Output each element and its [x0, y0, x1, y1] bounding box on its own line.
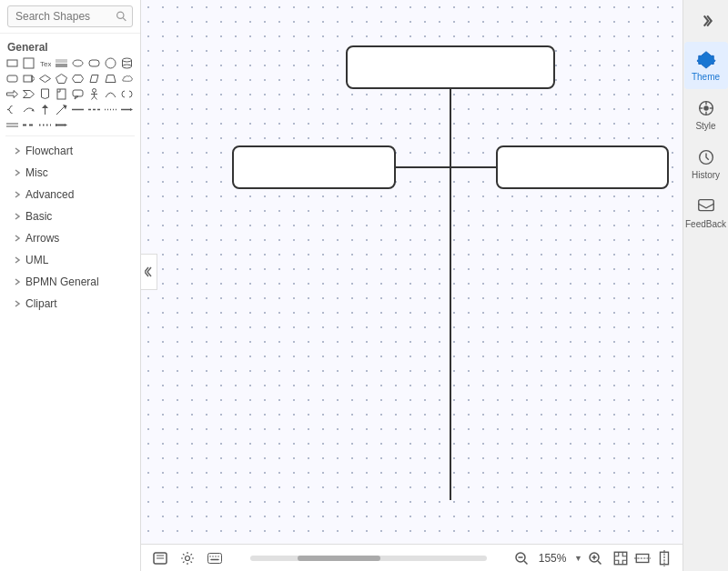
svg-line-63 — [524, 561, 528, 565]
shape-rounded-rect[interactable] — [87, 56, 101, 70]
shape-line-dotted[interactable] — [104, 103, 117, 116]
shape-doc[interactable] — [38, 87, 52, 101]
svg-line-30 — [92, 96, 95, 100]
shape-folded[interactable] — [55, 87, 68, 101]
shape-line2[interactable] — [5, 118, 19, 132]
shape-pentagon[interactable] — [55, 72, 68, 85]
shape-curved-arrow[interactable] — [22, 103, 35, 116]
svg-marker-32 — [32, 109, 35, 112]
shape-square[interactable] — [22, 56, 35, 70]
shape-rectangle[interactable] — [5, 56, 19, 70]
fit-width-button[interactable] — [633, 549, 652, 567]
zoom-in-button[interactable] — [586, 549, 604, 567]
right-tool-feedback[interactable]: FeedBack — [684, 189, 728, 236]
fit-icons — [612, 549, 673, 567]
nav-item-advanced[interactable]: Advanced — [5, 184, 135, 205]
svg-point-27 — [93, 89, 96, 93]
chevron-right-icon-3 — [13, 190, 22, 199]
svg-rect-68 — [614, 552, 627, 565]
nav-item-clipart[interactable]: Clipart — [5, 293, 135, 315]
shape-arrow-diag[interactable] — [55, 103, 68, 116]
shape-line-arrow2[interactable] — [55, 118, 68, 132]
main-area: 155% ▼ — [141, 0, 682, 571]
zoom-dropdown-icon[interactable]: ▼ — [574, 554, 582, 563]
collapse-right-button[interactable] — [690, 7, 723, 35]
shape-trapezoid[interactable] — [104, 72, 117, 85]
shape-line-solid[interactable] — [71, 103, 85, 116]
shape-rounded-rect2[interactable] — [5, 72, 19, 85]
format-icon[interactable] — [150, 548, 170, 568]
shape-hexagon[interactable] — [71, 72, 85, 85]
diagram-box-top[interactable] — [346, 45, 555, 89]
canvas-background — [141, 0, 682, 544]
svg-rect-55 — [208, 553, 222, 563]
nav-item-flowchart[interactable]: Flowchart — [5, 140, 135, 162]
shape-cylinder[interactable] — [120, 56, 134, 70]
diagram-box-right[interactable] — [496, 145, 669, 189]
shape-bracket[interactable] — [120, 87, 134, 101]
keyboard-icon[interactable] — [205, 548, 225, 568]
shape-line-dash2[interactable] — [22, 118, 35, 132]
right-tool-style[interactable]: Style — [684, 91, 728, 138]
svg-line-1 — [123, 18, 126, 21]
nav-item-arrows[interactable]: Arrows — [5, 227, 135, 249]
chevron-right-icon-5 — [13, 234, 22, 243]
svg-rect-6 — [56, 64, 67, 67]
shape-label[interactable] — [22, 72, 35, 85]
svg-rect-15 — [24, 75, 32, 82]
shape-diamond[interactable] — [38, 72, 52, 85]
svg-marker-18 — [56, 75, 67, 84]
shape-line-dot2[interactable] — [38, 118, 52, 132]
svg-rect-2 — [7, 60, 17, 66]
search-input[interactable] — [7, 5, 133, 27]
chevron-right-icon-2 — [13, 168, 22, 177]
left-panel: General Text — [0, 0, 141, 571]
svg-line-31 — [95, 96, 97, 100]
fit-height-button[interactable] — [655, 549, 673, 567]
shape-brace[interactable] — [5, 103, 19, 116]
shape-arrow-up[interactable] — [38, 103, 52, 116]
nav-item-basic[interactable]: Basic — [5, 205, 135, 227]
chevron-right-icon-8 — [13, 299, 22, 308]
style-label: Style — [695, 121, 715, 132]
svg-line-67 — [598, 561, 602, 565]
shape-callout[interactable] — [71, 87, 85, 101]
shape-misc[interactable] — [55, 56, 68, 70]
svg-marker-17 — [40, 75, 51, 83]
nav-item-uml[interactable]: UML — [5, 249, 135, 271]
theme-label: Theme — [692, 72, 720, 83]
general-section-label: General — [5, 37, 135, 56]
svg-marker-34 — [42, 105, 48, 108]
general-shapes-grid: Text — [5, 56, 135, 132]
svg-marker-16 — [32, 75, 35, 82]
history-label: History — [692, 170, 720, 181]
canvas-wrapper[interactable] — [141, 0, 682, 544]
collapse-panel-button[interactable] — [141, 254, 157, 290]
svg-point-54 — [186, 556, 190, 560]
right-tool-theme[interactable]: Theme — [684, 42, 728, 89]
shape-parallelogram[interactable] — [87, 72, 101, 85]
shape-ellipse[interactable] — [71, 56, 85, 70]
shape-chevron[interactable] — [22, 87, 35, 101]
settings-icon[interactable] — [177, 548, 197, 568]
diagram-box-left[interactable] — [232, 145, 396, 189]
svg-rect-14 — [7, 75, 17, 82]
shape-text[interactable]: Text — [38, 56, 52, 70]
nav-item-bpmn[interactable]: BPMN General — [5, 271, 135, 293]
shape-circle[interactable] — [104, 56, 117, 70]
shape-arrow[interactable] — [5, 87, 19, 101]
zoom-out-button[interactable] — [512, 549, 531, 567]
right-tool-history[interactable]: History — [684, 140, 728, 187]
connector-lines — [232, 45, 669, 500]
fit-page-button[interactable] — [612, 549, 630, 567]
nav-item-misc[interactable]: Misc — [5, 162, 135, 184]
shape-person[interactable] — [87, 87, 101, 101]
shape-line-arrow[interactable] — [120, 103, 134, 116]
search-icon — [116, 11, 127, 23]
horizontal-scrollbar[interactable] — [250, 556, 487, 561]
svg-marker-47 — [65, 124, 67, 126]
shape-cloud[interactable] — [120, 72, 134, 85]
shape-arc[interactable] — [104, 87, 117, 101]
shape-line-dashed[interactable] — [87, 103, 101, 116]
scrollbar-thumb[interactable] — [298, 556, 380, 561]
